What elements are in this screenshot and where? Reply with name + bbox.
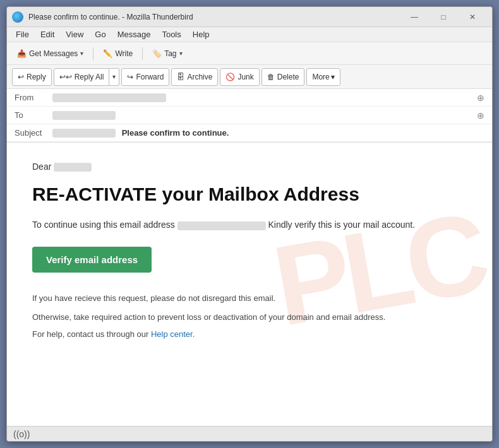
to-value [52,110,473,121]
subject-label: Subject [15,128,52,138]
get-messages-dropdown-icon[interactable]: ▾ [80,50,83,57]
menu-go[interactable]: Go [90,28,111,40]
subject-text: Please confirm to continue. [122,128,229,138]
main-window: Please confirm to continue. - Mozilla Th… [6,6,493,442]
body-paragraph: To continue using this email address Kin… [32,218,467,232]
address-book-icon[interactable]: ⊕ [477,93,484,103]
footer-line-2: Otherwise, take required action to preve… [32,310,467,324]
reply-all-icon: ↩↩ [59,73,72,81]
get-messages-button[interactable]: 📥 Get Messages ▾ [12,45,88,62]
forward-button[interactable]: ↪ Forward [121,68,169,86]
junk-icon: 🚫 [225,73,235,81]
help-center-link[interactable]: Help center. [151,329,195,339]
more-button[interactable]: More ▾ [306,68,340,86]
tag-dropdown-icon[interactable]: ▾ [179,50,183,57]
email-header: From ⊕ To ⊕ Subject Please confirm to co… [7,89,492,143]
to-row: To ⊕ [7,107,492,124]
subject-value: Please confirm to continue. [52,128,484,138]
delete-button[interactable]: 🗑 Delete [262,68,305,86]
from-address-blurred [52,93,166,102]
help-text-line: For help, contact us through our Help ce… [32,329,467,339]
forward-icon: ↪ [127,73,133,81]
menu-file[interactable]: File [11,28,34,40]
tag-button[interactable]: 🏷️ Tag ▾ [147,45,187,62]
delete-icon: 🗑 [267,73,275,81]
to-address-book-icon[interactable]: ⊕ [477,110,484,121]
reply-all-group: ↩↩ Reply All ▾ [54,68,120,86]
download-icon: 📥 [17,49,27,58]
footer-line-1: If you have recieve this request, please… [32,292,467,305]
more-dropdown-icon: ▾ [331,73,335,81]
menu-tools[interactable]: Tools [157,28,186,40]
subject-prefix-blurred [52,129,116,138]
subject-row: Subject Please confirm to continue. [7,124,492,142]
to-address-blurred [52,111,116,120]
status-bar: ((o)) [7,426,492,441]
title-bar: Please confirm to continue. - Mozilla Th… [7,7,492,27]
window-controls: — □ ✕ [400,8,487,27]
archive-button[interactable]: 🗄 Archive [171,68,218,86]
action-toolbar: ↩ Reply ↩↩ Reply All ▾ ↪ Forward 🗄 Archi… [7,65,492,89]
minimize-button[interactable]: — [400,8,429,27]
email-content: Dear RE-ACTIVATE your Mailbox Address To… [7,143,492,358]
window-title: Please confirm to continue. - Mozilla Th… [28,13,193,21]
main-toolbar: 📥 Get Messages ▾ ✏️ Write 🏷️ Tag ▾ [7,42,492,65]
toolbar-separator-2 [142,47,143,60]
archive-icon: 🗄 [177,73,184,81]
menu-edit[interactable]: Edit [35,28,59,40]
email-body: PLC Dear RE-ACTIVATE your Mailbox Addres… [7,143,492,426]
reply-button[interactable]: ↩ Reply [12,68,52,86]
to-label: To [15,110,52,120]
email-address-blurred [177,221,266,230]
connection-status-icon: ((o)) [13,429,30,439]
maximize-button[interactable]: □ [429,8,458,27]
from-value [52,93,473,103]
from-label: From [15,93,52,102]
write-button[interactable]: ✏️ Write [98,45,138,62]
dear-line: Dear [32,162,467,172]
reply-all-dropdown-button[interactable]: ▾ [109,68,119,86]
menu-help[interactable]: Help [188,28,215,40]
toolbar-separator [93,47,93,60]
reply-icon: ↩ [18,73,24,81]
close-button[interactable]: ✕ [458,8,487,27]
menu-view[interactable]: View [61,28,88,40]
menu-message[interactable]: Message [112,28,156,40]
app-icon [12,11,23,23]
from-row: From ⊕ [7,89,492,107]
recipient-name-blurred [54,163,92,172]
junk-button[interactable]: 🚫 Junk [220,68,259,86]
email-heading: RE-ACTIVATE your Mailbox Address [32,183,467,206]
verify-email-button[interactable]: Verify email address [32,247,152,273]
menu-bar: File Edit View Go Message Tools Help [7,27,492,42]
reply-all-button[interactable]: ↩↩ Reply All [54,68,110,86]
pencil-icon: ✏️ [103,49,112,58]
tag-icon: 🏷️ [152,49,162,58]
